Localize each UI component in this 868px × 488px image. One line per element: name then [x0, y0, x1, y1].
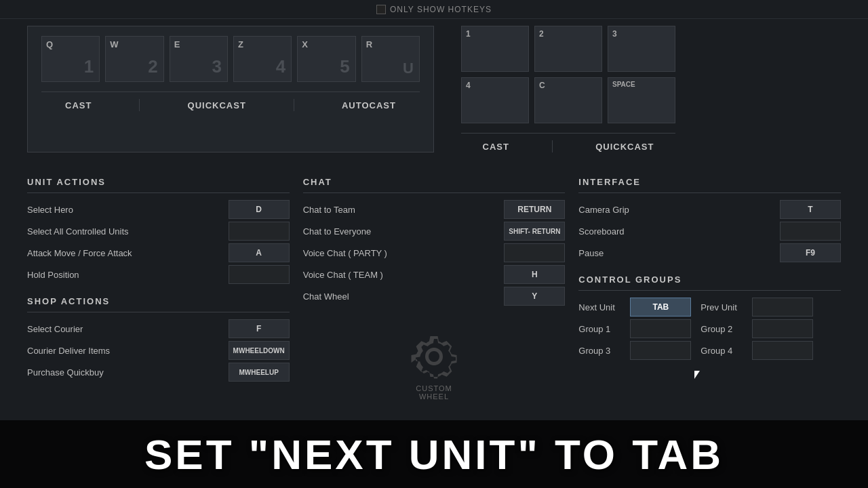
group-1-label: Group 1 [578, 324, 626, 334]
only-show-hotkeys-label: ONLY SHOW HOTKEYS [390, 5, 492, 14]
next-prev-unit-row: Next Unit TAB Prev Unit [578, 298, 841, 317]
select-hero-key[interactable]: D [229, 200, 290, 219]
ability-slot-r[interactable]: R U [361, 36, 420, 82]
ability-slot-z[interactable]: Z 4 [233, 36, 292, 82]
select-courier-key[interactable]: F [229, 319, 290, 338]
slot-e-key: E [174, 39, 180, 49]
autocast-label[interactable]: AUTOCAST [342, 100, 396, 110]
ability-slot-q[interactable]: Q 1 [41, 36, 100, 82]
prev-unit-label: Prev Unit [701, 302, 748, 312]
attack-move-label: Attack Move / Force Attack [27, 248, 229, 258]
group-3-4-row: Group 3 Group 4 [578, 341, 841, 360]
voice-party-key[interactable] [504, 243, 565, 262]
scoreboard-key[interactable] [780, 222, 841, 241]
column-unit-shop: UNIT ACTIONS Select Hero D Select All Co… [27, 177, 290, 401]
mouse-cursor [694, 371, 700, 379]
cast-row-left: CAST QUICKCAST AUTOCAST [41, 92, 420, 111]
group-4-key[interactable] [752, 341, 813, 360]
ability-slot-3[interactable]: 3 [608, 26, 675, 72]
chat-wheel-label: Chat Wheel [303, 291, 505, 302]
ability-slot-e[interactable]: E 3 [170, 36, 228, 82]
group-1-key[interactable] [630, 319, 691, 338]
row-select-courier: Select Courier F [27, 319, 290, 338]
slot-w-num: 2 [148, 56, 157, 77]
chat-header: CHAT [303, 177, 566, 193]
ability-slot-1[interactable]: 1 [461, 26, 529, 72]
courier-deliver-key[interactable]: MWHEELDOWN [229, 341, 290, 360]
cast-label[interactable]: CAST [65, 100, 92, 110]
slot-3-key: 3 [612, 29, 617, 39]
ability-slot-2[interactable]: 2 [534, 26, 602, 72]
slot-4-key: 4 [466, 81, 471, 90]
slot-e-num: 3 [212, 56, 222, 77]
custom-wheel-label: CUSTOMWHEEL [303, 384, 566, 401]
camera-grip-label: Camera Grip [578, 205, 780, 215]
pause-label: Pause [578, 248, 780, 258]
prev-unit-key[interactable] [752, 298, 813, 317]
slot-r-key: R [366, 39, 372, 49]
chat-everyone-label: Chat to Everyone [303, 226, 505, 237]
ability-slot-x[interactable]: X 5 [297, 36, 355, 82]
purchase-quickbuy-label: Purchase Quickbuy [27, 367, 229, 378]
group-3-key[interactable] [630, 341, 691, 360]
row-courier-deliver: Courier Deliver Items MWHEELDOWN [27, 341, 290, 360]
quickcast-label-right[interactable]: QUICKCAST [595, 142, 654, 152]
divider-3 [552, 140, 553, 152]
row-scoreboard: Scoreboard [578, 222, 841, 241]
column-chat: CHAT Chat to Team RETURN Chat to Everyon… [303, 177, 566, 401]
column-interface: INTERFACE Camera Grip T Scoreboard Pause… [578, 177, 841, 401]
next-unit-label: Next Unit [578, 302, 626, 312]
row-hold-position: Hold Position [27, 265, 290, 284]
slot-q-key: Q [46, 39, 53, 49]
group-1-2-row: Group 1 Group 2 [578, 319, 841, 338]
only-show-hotkeys-checkbox[interactable] [376, 5, 386, 14]
chat-team-label: Chat to Team [303, 205, 505, 215]
ability-slots-left: Q 1 W 2 E 3 Z 4 X 5 R U [41, 36, 420, 82]
slot-x-num: 5 [340, 56, 349, 77]
row-purchase-quickbuy: Purchase Quickbuy MWHEELUP [27, 363, 290, 382]
quickcast-label[interactable]: QUICKCAST [188, 100, 246, 110]
ability-slot-w[interactable]: W 2 [105, 36, 163, 82]
unit-actions-header: UNIT ACTIONS [27, 177, 290, 193]
ability-slot-space[interactable]: SPACE [608, 77, 675, 123]
ability-panel-left: Q 1 W 2 E 3 Z 4 X 5 R U [27, 26, 434, 152]
divider-2 [294, 99, 294, 111]
next-unit-key[interactable]: TAB [630, 298, 691, 317]
cast-label-right[interactable]: CAST [483, 142, 509, 152]
select-courier-label: Select Courier [27, 324, 229, 334]
shop-actions-header: SHOP ACTIONS [27, 296, 290, 312]
group-4-label: Group 4 [701, 346, 748, 356]
slot-x-key: X [302, 39, 308, 49]
select-all-key[interactable] [229, 222, 290, 241]
chat-wheel-key[interactable]: Y [504, 287, 565, 306]
voice-team-key[interactable]: H [504, 265, 565, 284]
camera-grip-key[interactable]: T [780, 200, 841, 219]
group-2-key[interactable] [752, 319, 813, 338]
row-select-hero: Select Hero D [27, 200, 290, 219]
slot-z-key: Z [238, 39, 243, 49]
group-2-label: Group 2 [701, 324, 748, 334]
cast-row-right: CAST QUICKCAST [461, 133, 675, 152]
row-pause: Pause F9 [578, 243, 841, 262]
ability-slot-4[interactable]: 4 [461, 77, 529, 123]
select-hero-label: Select Hero [27, 205, 229, 215]
gear-icon [410, 333, 458, 380]
scoreboard-label: Scoreboard [578, 226, 780, 237]
select-all-label: Select All Controlled Units [27, 226, 229, 237]
row-select-all: Select All Controlled Units [27, 222, 290, 241]
slot-c-key: C [539, 81, 545, 90]
chat-team-key[interactable]: RETURN [504, 200, 565, 219]
row-chat-wheel: Chat Wheel Y [303, 287, 566, 306]
slot-2-key: 2 [539, 29, 544, 39]
hold-position-key[interactable] [229, 265, 290, 284]
row-chat-team: Chat to Team RETURN [303, 200, 566, 219]
bottom-text-overlay: SET "NEXT UNIT" TO TAB [0, 420, 868, 488]
hold-position-label: Hold Position [27, 270, 229, 280]
attack-move-key[interactable]: A [229, 243, 290, 262]
chat-everyone-key[interactable]: SHIFT- RETURN [504, 222, 565, 241]
ability-slot-c[interactable]: C [534, 77, 602, 123]
ability-panels: Q 1 W 2 E 3 Z 4 X 5 R U [0, 19, 868, 152]
main-content: UNIT ACTIONS Select Hero D Select All Co… [0, 163, 868, 401]
pause-key[interactable]: F9 [780, 243, 841, 262]
purchase-quickbuy-key[interactable]: MWHEELUP [229, 363, 290, 382]
